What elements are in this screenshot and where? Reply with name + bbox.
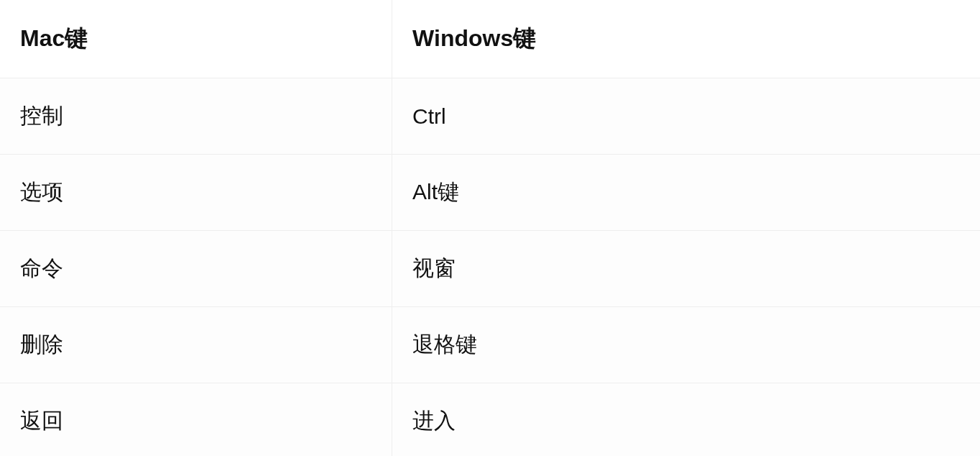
cell-mac: 控制	[0, 78, 392, 155]
cell-windows: Alt键	[392, 155, 980, 231]
cell-windows: 进入	[392, 383, 980, 457]
table-row: 选项 Alt键	[0, 155, 980, 231]
cell-mac: 命令	[0, 231, 392, 307]
key-mapping-table: Mac键 Windows键 控制 Ctrl 选项 Alt键 命令 视窗 删除 退…	[0, 0, 980, 456]
table-row: 删除 退格键	[0, 307, 980, 383]
cell-windows: 退格键	[392, 307, 980, 383]
cell-mac: 返回	[0, 383, 392, 457]
cell-mac: 选项	[0, 155, 392, 231]
header-windows: Windows键	[392, 0, 980, 78]
table-row: 控制 Ctrl	[0, 78, 980, 155]
table-header-row: Mac键 Windows键	[0, 0, 980, 78]
cell-mac: 删除	[0, 307, 392, 383]
cell-windows: Ctrl	[392, 78, 980, 155]
header-mac: Mac键	[0, 0, 392, 78]
table-row: 命令 视窗	[0, 231, 980, 307]
cell-windows: 视窗	[392, 231, 980, 307]
table-row: 返回 进入	[0, 383, 980, 457]
